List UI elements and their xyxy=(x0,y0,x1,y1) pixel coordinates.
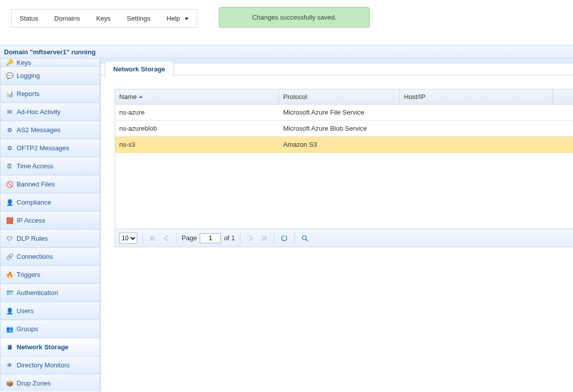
sidebar-item-label: Keys xyxy=(17,59,31,66)
sidebar-item-label: Connections xyxy=(17,253,53,260)
sidebar-item-compliance[interactable]: 👤 Compliance xyxy=(0,193,100,212)
sidebar-item-as2[interactable]: ⚙ AS2 Messages xyxy=(0,121,100,139)
search-icon xyxy=(301,235,308,242)
pager-search-button[interactable] xyxy=(300,233,310,243)
prev-page-icon xyxy=(163,235,169,241)
nav-domains[interactable]: Domains xyxy=(46,10,88,27)
pager-of-label: of 1 xyxy=(224,234,235,242)
nav-settings[interactable]: Settings xyxy=(119,10,158,27)
sidebar-item-logging[interactable]: 💬 Logging xyxy=(0,67,100,85)
pager-last-button[interactable] xyxy=(259,233,269,243)
pager-sep xyxy=(240,233,240,244)
nav-keys[interactable]: Keys xyxy=(88,10,119,27)
nav-status[interactable]: Status xyxy=(12,10,46,27)
key-icon: 🔑 xyxy=(6,59,14,66)
sidebar-item-label: Logging xyxy=(17,72,40,79)
svg-line-1 xyxy=(306,239,308,241)
firewall-icon: 🧱 xyxy=(6,217,14,225)
page-size-select[interactable]: 10 xyxy=(119,233,137,244)
user-icon: 👤 xyxy=(6,307,14,315)
sidebar-item-label: Network Storage xyxy=(17,343,68,351)
pager-sep xyxy=(274,233,274,244)
pager-refresh-button[interactable] xyxy=(279,233,289,243)
sidebar-item-label: IP Access xyxy=(17,217,45,224)
pager-page-label: Page xyxy=(182,234,197,242)
alert-success: Changes successfully saved. xyxy=(219,7,370,28)
pager-sep xyxy=(142,233,143,244)
col-header-name-label: Name xyxy=(119,93,137,101)
sidebar-item-label: Directory Monitors xyxy=(17,361,69,369)
chart-icon: 📊 xyxy=(6,90,14,98)
col-header-protocol[interactable]: Protocol xyxy=(279,89,400,104)
gear-icon: ⚙ xyxy=(6,126,14,134)
sort-asc-icon xyxy=(139,95,143,98)
sidebar-item-reports[interactable]: 📊 Reports xyxy=(0,85,100,103)
sidebar-item-dirmon[interactable]: 👁 Directory Monitors xyxy=(0,356,100,374)
pager-sep xyxy=(294,233,295,244)
sidebar-item-label: Authentication xyxy=(17,289,58,297)
last-page-icon xyxy=(261,235,267,241)
pager-page-input[interactable] xyxy=(200,233,221,243)
caret-down-icon xyxy=(185,18,189,20)
pager-next-button[interactable] xyxy=(245,233,256,243)
table-row[interactable]: ns-azureblob Microsoft Azure Blob Servic… xyxy=(115,121,573,137)
nav-help-label: Help xyxy=(167,15,180,22)
pager-sep xyxy=(176,233,177,244)
tab-network-storage[interactable]: Network Storage xyxy=(105,61,174,77)
pager-first-button[interactable] xyxy=(148,233,158,243)
sidebar-item-label: AS2 Messages xyxy=(17,126,60,134)
sidebar-item-ipaccess[interactable]: 🧱 IP Access xyxy=(0,212,100,230)
sidebar-item-banned[interactable]: 🚫 Banned Files xyxy=(0,175,100,193)
sidebar-item-groups[interactable]: 👥 Groups xyxy=(0,320,100,338)
sidebar-item-label: Ad-Hoc Activity xyxy=(17,108,60,116)
sidebar-item-adhoc[interactable]: ✉ Ad-Hoc Activity xyxy=(0,103,100,121)
storage-icon: 🖥 xyxy=(6,343,14,351)
table-row[interactable]: ns-s3 Amazon S3 xyxy=(115,137,573,153)
nav-help[interactable]: Help xyxy=(158,10,197,27)
box-icon: 📦 xyxy=(6,379,14,387)
sidebar-item-triggers[interactable]: 🔥 Triggers xyxy=(0,266,100,284)
sidebar-item-network-storage[interactable]: 🖥 Network Storage xyxy=(0,338,100,356)
sidebar-item-label: Users xyxy=(17,307,34,315)
sidebar-item-label: Banned Files xyxy=(17,180,55,188)
id-icon: 🪪 xyxy=(6,289,14,297)
sidebar-item-label: Triggers xyxy=(17,271,40,278)
grid-header: Name Protocol Host/IP xyxy=(115,89,573,105)
grid-body: ns-azure Microsoft Azure File Service ns… xyxy=(115,105,573,229)
sidebar-item-label: Drop Zones xyxy=(17,379,51,387)
pager-prev-button[interactable] xyxy=(161,233,171,243)
sidebar-item-keys[interactable]: 🔑 Keys xyxy=(0,59,100,67)
group-icon: 👥 xyxy=(6,325,14,333)
sidebar-item-auth[interactable]: 🪪 Authentication xyxy=(0,284,100,302)
sidebar-item-dlp[interactable]: 🛡 DLP Rules xyxy=(0,230,100,248)
person-icon: 👤 xyxy=(6,199,14,207)
cell-protocol: Amazon S3 xyxy=(279,141,400,148)
sidebar-item-timeaccess[interactable]: 🗓 Time Access xyxy=(0,157,100,175)
chat-icon: 💬 xyxy=(6,72,14,80)
col-header-host[interactable]: Host/IP xyxy=(400,89,553,104)
fire-icon: 🔥 xyxy=(6,271,14,279)
gear-icon: ⚙ xyxy=(6,144,14,152)
shield-icon: 🛡 xyxy=(6,235,14,243)
sidebar-item-connections[interactable]: 🔗 Connections xyxy=(0,248,100,266)
cell-name: ns-azure xyxy=(115,109,279,116)
cell-name: ns-s3 xyxy=(115,141,279,148)
pager: 10 Page of 1 xyxy=(115,229,573,247)
next-page-icon xyxy=(248,235,253,241)
sidebar-item-oftp2[interactable]: ⚙ OFTP2 Messages xyxy=(0,139,100,157)
cell-name: ns-azureblob xyxy=(115,125,279,132)
sidebar-item-dropzones[interactable]: 📦 Drop Zones xyxy=(0,374,100,391)
calendar-icon: 🗓 xyxy=(6,162,14,170)
sidebar-item-label: DLP Rules xyxy=(17,235,48,242)
table-row[interactable]: ns-azure Microsoft Azure File Service xyxy=(115,105,573,121)
link-icon: 🔗 xyxy=(6,253,14,261)
ban-icon: 🚫 xyxy=(6,180,14,188)
envelope-icon: ✉ xyxy=(6,108,14,116)
sidebar-item-users[interactable]: 👤 Users xyxy=(0,302,100,320)
sidebar-item-label: Reports xyxy=(17,90,40,97)
grid-panel: Name Protocol Host/IP ns-azure Microsoft… xyxy=(115,89,573,247)
col-header-name[interactable]: Name xyxy=(115,89,279,104)
sidebar: 🔑 Keys 💬 Logging 📊 Reports ✉ Ad-Hoc Acti… xyxy=(0,59,101,391)
col-header-extra xyxy=(553,89,573,104)
first-page-icon xyxy=(150,235,156,241)
